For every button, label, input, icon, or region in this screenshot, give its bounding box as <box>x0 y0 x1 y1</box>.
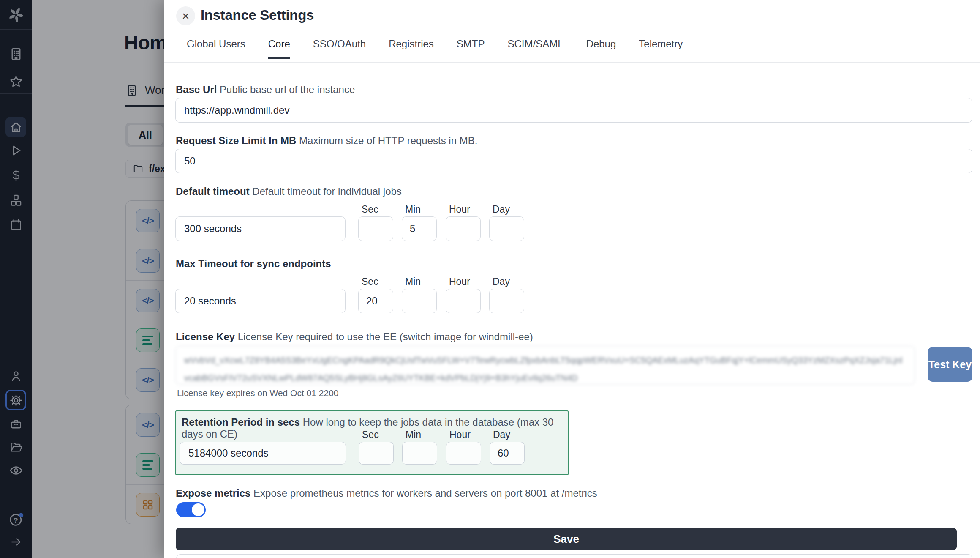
close-icon: × <box>182 10 190 22</box>
close-button[interactable]: × <box>176 6 195 25</box>
base-url-label: Base Url Public base url of the instance <box>176 84 355 96</box>
max-timeout-day-input[interactable] <box>489 289 524 313</box>
default-timeout-min-input[interactable] <box>402 216 437 241</box>
retention-period-section: Retention Period in secs How long to kee… <box>175 410 569 475</box>
tabs-divider <box>164 62 980 63</box>
license-key-textarea[interactable]: wVvbVd_vXcwL7Z8YB4A5S3BeYxUgECngKPAadR9Q… <box>175 346 915 385</box>
max-timeout-hour-input[interactable] <box>446 289 481 313</box>
retention-input[interactable] <box>180 442 346 465</box>
license-key-label: License Key License Key required to use … <box>176 331 533 343</box>
retention-hour-input[interactable] <box>446 442 481 465</box>
hour-label: Hour <box>449 429 471 440</box>
retention-min-input[interactable] <box>402 442 437 465</box>
min-label: Min <box>405 204 421 215</box>
max-timeout-label: Max Timeout for sync endpoints <box>176 258 331 270</box>
sec-label: Sec <box>362 204 378 215</box>
max-timeout-sec-input[interactable] <box>358 289 393 313</box>
sec-label: Sec <box>362 276 378 287</box>
expose-metrics-label: Expose metrics Expose prometheus metrics… <box>176 487 597 499</box>
request-size-input[interactable] <box>175 149 972 173</box>
retention-day-input[interactable] <box>490 442 525 465</box>
instance-settings-modal: × Instance Settings Global Users Core SS… <box>164 0 980 558</box>
default-timeout-label: Default timeout Default timeout for indi… <box>176 186 402 197</box>
sec-label: Sec <box>362 429 379 440</box>
default-timeout-input[interactable] <box>175 216 346 241</box>
request-size-label: Request Size Limit In MB Maximum size of… <box>176 135 477 147</box>
day-label: Day <box>493 429 510 440</box>
tab-core[interactable]: Core <box>268 38 290 59</box>
default-timeout-hour-input[interactable] <box>446 216 481 241</box>
min-label: Min <box>405 276 421 287</box>
retention-sec-input[interactable] <box>359 442 394 465</box>
tab-sso-oauth[interactable]: SSO/OAuth <box>313 38 366 59</box>
settings-tabs: Global Users Core SSO/OAuth Registries S… <box>164 38 980 59</box>
test-key-button[interactable]: Test Key <box>928 347 972 382</box>
tab-global-users[interactable]: Global Users <box>187 38 245 59</box>
modal-title: Instance Settings <box>201 7 314 23</box>
day-label: Day <box>493 276 510 287</box>
save-button[interactable]: Save <box>176 528 957 550</box>
default-timeout-day-input[interactable] <box>489 216 524 241</box>
tab-telemetry[interactable]: Telemetry <box>639 38 683 59</box>
default-timeout-sec-input[interactable] <box>358 216 393 241</box>
min-label: Min <box>406 429 421 440</box>
hour-label: Hour <box>449 276 470 287</box>
license-expires-note: License key expires on Wed Oct 01 2200 <box>177 388 339 398</box>
tab-debug[interactable]: Debug <box>586 38 616 59</box>
partial-input-below[interactable] <box>176 554 972 558</box>
expose-metrics-toggle[interactable] <box>176 502 206 517</box>
toggle-knob <box>192 503 204 516</box>
base-url-input[interactable] <box>175 98 972 123</box>
day-label: Day <box>493 204 510 215</box>
tab-scim-saml[interactable]: SCIM/SAML <box>508 38 564 59</box>
tab-smtp[interactable]: SMTP <box>457 38 485 59</box>
max-timeout-min-input[interactable] <box>402 289 437 313</box>
hour-label: Hour <box>449 204 470 215</box>
max-timeout-input[interactable] <box>175 289 346 313</box>
tab-registries[interactable]: Registries <box>389 38 434 59</box>
